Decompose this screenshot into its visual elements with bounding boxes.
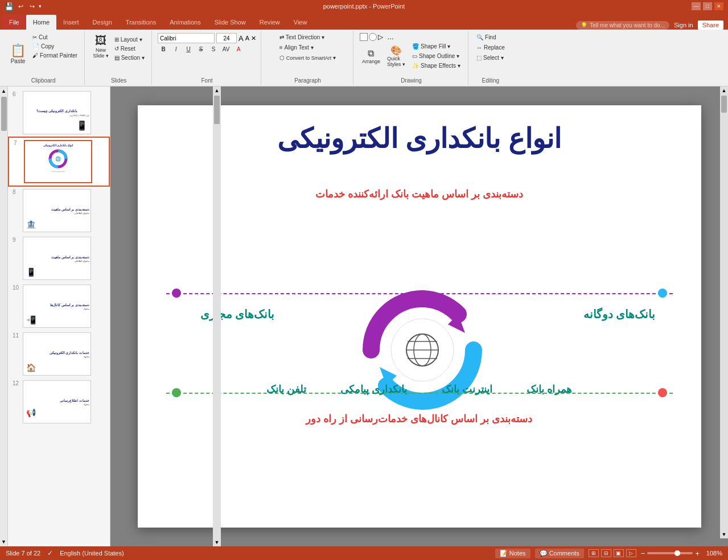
slide-item-8[interactable]: 8 دسته‌بندی بر اساس ماهیت محتوای اطلاعات… [8,187,110,234]
slideshow-view-button[interactable]: ▷ [626,549,636,557]
italic-button[interactable]: I [170,45,182,53]
tab-design[interactable]: Design [86,15,119,30]
tab-animations[interactable]: Animations [163,15,207,30]
find-button[interactable]: 🔍 Find [474,33,498,42]
slide-item-10[interactable]: 10 دسته‌بندی بر اساس کانال‌ها محتوا... 📲 [8,282,110,330]
quick-access-undo[interactable]: ↩ [16,2,25,10]
canvas-area: ▲ ▼ ▲ ▼ انواع بانکداری الکترونیکی دسته‌ب… [110,87,728,546]
clear-formatting-button[interactable]: ✕ [251,35,256,42]
section-button[interactable]: ▤ Section▾ [112,53,147,62]
right-vscroll-down[interactable]: ▼ [721,530,728,538]
zoom-level[interactable]: 108% [702,550,722,557]
reading-view-button[interactable]: ▣ [614,549,624,557]
shape-fill-button[interactable]: 🪣 Shape Fill▾ [410,42,463,51]
tab-review[interactable]: Review [253,15,287,30]
right-vscroll-up[interactable]: ▲ [721,87,728,94]
tab-transitions[interactable]: Transitions [119,15,163,30]
shape-effects-button[interactable]: ✨ Shape Effects▾ [410,61,463,70]
select-icon: ⬚ [476,55,482,61]
layout-button[interactable]: ⊞ Layout▾ [112,35,147,44]
slide-panel-scroll-down[interactable]: ▼ [0,537,8,546]
bottom-item-internet: اینترنت بانک [442,383,492,396]
notes-icon: 📝 [500,550,508,557]
quick-access-more[interactable]: ▾ [39,3,42,9]
slide-panel-scroll-up[interactable]: ▲ [0,87,8,96]
share-button[interactable]: Share [698,20,723,30]
shape-triangle[interactable]: ▷ [378,33,386,41]
tab-insert[interactable]: Insert [56,15,86,30]
svg-text:🌐: 🌐 [55,156,61,162]
reset-icon: ↺ [114,46,119,52]
quick-styles-button[interactable]: 🎨 QuickStyles ▾ [385,44,408,68]
slide-item-7[interactable]: 7 انواع بانکداری الکترونیکی 🌐 دسته‌بندی … [8,137,110,187]
slide-item-12[interactable]: 12 خدمات اطلاع‌رسانی محتوا... 📢 [8,378,110,426]
shape-effects-icon: ✨ [412,63,419,69]
font-size-input[interactable] [216,33,237,43]
minimize-button[interactable]: — [692,2,701,10]
comments-button[interactable]: 💬 Comments [535,549,584,558]
shape-outline-button[interactable]: ▭ Shape Outline▾ [410,52,463,60]
cut-button[interactable]: ✂ Cut [30,33,80,42]
font-color-button[interactable]: A [233,45,244,53]
convert-smartart-button[interactable]: ⬡ Convert to SmartArt▾ [277,53,339,62]
quick-access-save[interactable]: 💾 [5,2,14,10]
maximize-button[interactable]: □ [703,2,712,10]
sign-in-button[interactable]: Sign in [674,22,693,28]
tab-slideshow[interactable]: Slide Show [208,15,253,30]
normal-view-button[interactable]: ⊞ [589,549,599,557]
slide-item-11[interactable]: 11 خدمات بانکداری الکترونیکی محتوا... 🏠 [8,330,110,378]
convert-smartart-icon: ⬡ [279,55,285,61]
select-button[interactable]: ⬚ Select▾ [474,53,506,62]
copy-button[interactable]: 📄 Copy [30,42,80,51]
tell-me-box[interactable]: 💡 Tell me what you want to do... [576,21,669,30]
text-direction-button[interactable]: ⇄ Text Direction▾ [277,33,327,42]
shape-oval[interactable] [369,33,377,41]
canvas-vscroll-up[interactable]: ▲ [213,87,221,94]
canvas-vscroll-thumb[interactable] [214,96,220,124]
shape-more[interactable]: … [387,33,395,41]
zoom-in-button[interactable]: + [695,549,700,558]
zoom-out-button[interactable]: − [641,549,645,558]
font-name-input[interactable] [158,33,215,43]
align-text-button[interactable]: ≡ Align Text▾ [277,43,316,52]
arrange-button[interactable]: ⧉ Arrange [360,47,382,65]
text-shadow-button[interactable]: S [208,45,219,53]
increase-font-button[interactable]: A [238,34,244,43]
arrange-icon: ⧉ [368,48,374,59]
slide-item-9[interactable]: 9 دسته‌بندی بر اساس ماهیت محتوای اطلاعات… [8,234,110,282]
slide-title: انواع بانکداری الکترونیکی [138,122,701,154]
slide-sorter-button[interactable]: ⊟ [601,549,611,557]
ribbon-group-paragraph: ⇄ Text Direction▾ ≡ Align Text▾ ⬡ Conver… [262,31,353,85]
slide-item-6[interactable]: 6 بانکداری الکترونیکی چیست؟ متن اطلاعات … [8,89,110,137]
ribbon-group-drawing: ▷ … ⧉ Arrange 🎨 QuickStyles ▾ 🪣 Shape Fi… [355,31,468,85]
underline-button[interactable]: U [183,45,194,53]
right-vscroll-thumb[interactable] [721,96,727,113]
format-painter-button[interactable]: 🖌 Format Painter [30,51,80,60]
notes-button[interactable]: 📝 Notes [495,549,530,558]
layout-icon: ⊞ [114,36,119,43]
text-direction-icon: ⇄ [279,34,284,40]
decrease-font-button[interactable]: A [245,35,249,42]
bold-button[interactable]: B [158,45,169,53]
new-slide-button[interactable]: 🖼 NewSlide ▾ [91,33,111,60]
align-text-icon: ≡ [279,44,283,51]
tab-file[interactable]: File [2,15,26,30]
slide-thumb-11: خدمات بانکداری الکترونیکی محتوا... 🏠 [23,332,91,376]
replace-button[interactable]: ↔ Replace [474,43,507,52]
slide-thumb-9: دسته‌بندی بر اساس ماهیت محتوای اطلاعاتی.… [23,237,91,280]
zoom-slider[interactable] [647,552,693,554]
char-spacing-button[interactable]: AV [220,45,232,53]
paste-button[interactable]: 📋 Paste [7,33,29,75]
tab-home[interactable]: Home [26,15,56,30]
strikethrough-button[interactable]: S [195,45,207,53]
ribbon-group-font: A A ✕ B I U S S AV A Font [153,31,261,85]
close-button[interactable]: ✕ [714,2,723,10]
slide-panel-scroll-thumb[interactable] [1,97,7,131]
canvas-vscroll-down[interactable]: ▼ [213,538,221,546]
zoom-thumb [674,550,680,556]
language-indicator: English (United States) [60,550,124,557]
quick-access-redo[interactable]: ↪ [27,2,36,10]
shape-rect[interactable] [360,33,368,41]
tab-view[interactable]: View [287,15,314,30]
reset-button[interactable]: ↺ Reset [112,44,147,53]
